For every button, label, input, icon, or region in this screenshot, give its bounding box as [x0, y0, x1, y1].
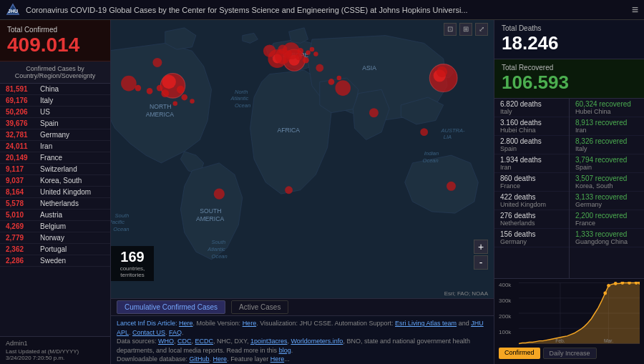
list-item[interactable]: 39,676Spain [0, 118, 110, 129]
map-zoom-controls: + - [474, 240, 488, 270]
list-item[interactable]: 2,779Norway [0, 232, 110, 244]
death-country: Germany [500, 238, 563, 245]
list-item[interactable]: 9,117Switzerland [0, 164, 110, 175]
chart-tab-confirmed[interactable]: Confirmed [499, 348, 540, 359]
list-item[interactable]: 1,333 recoveredGuangdong China [570, 229, 644, 247]
recovered-count: 3,507 recovered [575, 174, 638, 182]
tab-active-cases[interactable]: Active Cases [231, 300, 288, 314]
total-recovered-box: Total Recovered 106.593 [494, 59, 644, 99]
map-container[interactable]: NORTH AMERICA SOUTH AMERICA AFRICA ASIA … [111, 20, 494, 298]
trend-chart: Feb. Mar. [519, 282, 640, 345]
list-item[interactable]: 69,176Italy [0, 95, 110, 107]
menu-icon[interactable]: ≡ [632, 4, 638, 16]
list-item[interactable]: 24,011Iran [0, 141, 110, 152]
svg-point-53 [161, 89, 169, 97]
tab-cumulative[interactable]: Cumulative Confirmed Cases [117, 300, 225, 314]
list-item[interactable]: 422 deathsUnited Kingdom [494, 192, 569, 210]
svg-point-60 [328, 79, 335, 85]
main-layout: Total Confirmed 409.014 Confirmed Cases … [0, 20, 644, 364]
case-count: 2,362 [6, 245, 40, 253]
chart-tabs: Confirmed Daily Increase [499, 348, 640, 359]
list-item[interactable]: 2,200 recoveredFrance [570, 210, 644, 229]
svg-point-49 [306, 50, 310, 54]
list-item[interactable]: 3.160 deathsHubei China [494, 117, 569, 136]
deaths-list[interactable]: 6.820 deathsItaly3.160 deathsHubei China… [494, 99, 569, 278]
left-footer: Admin1 Last Updated at (M/D/YYYY) 3/24/2… [0, 336, 110, 364]
expand-icon[interactable]: ⤢ [475, 23, 488, 36]
death-count: 1.934 deaths [500, 156, 563, 164]
recovered-count: 1,333 recovered [575, 230, 638, 238]
case-count: 24,011 [6, 142, 40, 150]
list-item[interactable]: 50,206US [0, 107, 110, 118]
list-item[interactable]: 860 deathsFrance [494, 173, 569, 192]
list-item[interactable]: 3,794 recoveredSpain [570, 154, 644, 173]
zoom-out-button[interactable]: - [474, 255, 488, 270]
list-item[interactable]: 3,507 recoveredKorea, South [570, 173, 644, 192]
zoom-in-button[interactable]: + [474, 240, 488, 254]
svg-point-29 [121, 76, 137, 92]
list-item[interactable]: 1.934 deathsIran [494, 154, 569, 173]
list-item[interactable]: 2.800 deathsSpain [494, 136, 569, 154]
recovered-list[interactable]: 60,324 recoveredHubei China8,913 recover… [569, 99, 644, 278]
list-item[interactable]: 8,164United Kingdom [0, 187, 110, 198]
svg-point-42 [369, 108, 379, 117]
list-item[interactable]: 156 deathsGermany [494, 229, 569, 247]
case-country: China [40, 85, 59, 93]
recovered-country: Spain [575, 164, 638, 171]
case-country: Switzerland [40, 165, 77, 173]
map-tab-bar: Cumulative Confirmed Cases Active Cases [111, 298, 494, 315]
list-item[interactable]: 60,324 recoveredHubei China [570, 99, 644, 117]
total-deaths-label: Total Deaths [502, 24, 637, 32]
map-icons: ⊡ ⊞ ⤢ [444, 23, 488, 36]
list-item[interactable]: 9,037Korea, South [0, 175, 110, 187]
bookmark-icon[interactable]: ⊡ [444, 23, 457, 36]
case-count: 8,164 [6, 188, 40, 196]
list-item[interactable]: 8,326 recoveredItaly [570, 136, 644, 154]
svg-text:Atlantic: Atlantic [230, 95, 249, 102]
list-item[interactable]: 5,010Austria [0, 210, 110, 221]
chart-wrapper: 400k 300k 200k 100k [499, 282, 640, 346]
list-item[interactable]: 5,578Netherlands [0, 198, 110, 210]
list-item[interactable]: 81,591China [0, 84, 110, 95]
case-country: US [40, 108, 50, 116]
grid-icon[interactable]: ⊞ [459, 23, 472, 36]
info-text: Lancet Inf Dis Article: Here. Mobile Ver… [117, 320, 484, 363]
case-country: Sweden [40, 257, 66, 265]
death-country: France [500, 182, 563, 190]
list-item[interactable]: 3,133 recoveredGermany [570, 192, 644, 210]
death-count: 156 deaths [500, 230, 563, 238]
case-count: 50,206 [6, 108, 40, 116]
countries-count-box: 169 countries,territories [111, 246, 154, 281]
chart-tab-daily[interactable]: Daily Increase [543, 348, 597, 359]
list-item[interactable]: 276 deathsNetherlands [494, 210, 569, 229]
admin-label: Admin1 [6, 340, 104, 347]
case-count: 5,010 [6, 211, 40, 219]
list-item[interactable]: 8,913 recoveredIran [570, 117, 644, 136]
death-count: 276 deaths [500, 212, 563, 220]
case-country: France [40, 154, 62, 162]
right-panel: Total Deaths 18.246 Total Recovered 106.… [494, 20, 644, 364]
list-item[interactable]: 6.820 deathsItaly [494, 99, 569, 117]
deaths-recovered-lists: 6.820 deathsItaly3.160 deathsHubei China… [494, 99, 644, 278]
list-item[interactable]: 32,781Germany [0, 129, 110, 141]
list-item[interactable]: 20,149France [0, 152, 110, 164]
svg-text:Pacific: Pacific [111, 219, 125, 225]
case-count: 2,286 [6, 257, 40, 265]
svg-point-59 [173, 101, 177, 105]
svg-point-48 [303, 57, 309, 64]
total-confirmed-label: Total Confirmed [7, 26, 103, 34]
cases-list[interactable]: 81,591China69,176Italy50,206US39,676Spai… [0, 84, 110, 336]
recovered-count: 2,200 recovered [575, 212, 638, 220]
recovered-country: Guangdong China [575, 238, 638, 245]
death-country: Spain [500, 145, 563, 152]
list-item[interactable]: 2,362Portugal [0, 244, 110, 255]
list-item[interactable]: 2,286Sweden [0, 255, 110, 267]
svg-point-50 [313, 51, 318, 56]
svg-point-70 [607, 284, 610, 287]
svg-point-55 [181, 94, 187, 101]
recovered-count: 8,326 recovered [575, 137, 638, 145]
svg-point-58 [190, 99, 194, 103]
svg-point-33 [335, 80, 351, 96]
list-item[interactable]: 4,269Belgium [0, 221, 110, 232]
svg-text:Atlantic: Atlantic [207, 246, 225, 252]
